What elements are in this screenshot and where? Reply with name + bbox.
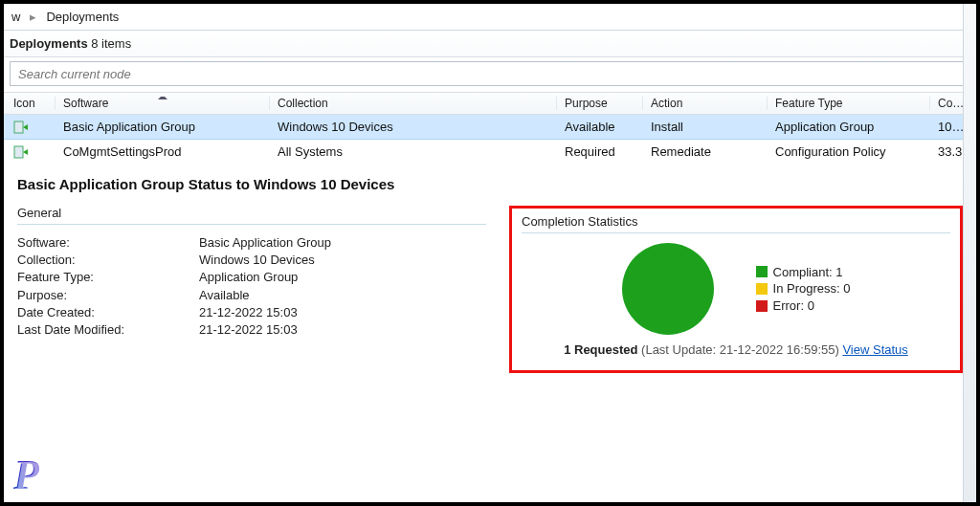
- completion-footer: 1 Requested (Last Update: 21-12-2022 16:…: [522, 342, 950, 357]
- legend-inprogress-label: In Progress: 0: [773, 280, 851, 297]
- legend-error: Error: 0: [756, 297, 851, 315]
- detail-title: Basic Application Group Status to Window…: [17, 176, 963, 192]
- cell-action: Remediate: [643, 144, 768, 159]
- legend-inprogress: In Progress: 0: [756, 280, 851, 297]
- deployment-icon: [13, 120, 29, 135]
- kv-collection-k: Collection:: [17, 252, 199, 269]
- col-collection[interactable]: Collection: [270, 97, 557, 110]
- panel-title: Deployments: [10, 36, 88, 51]
- view-status-link[interactable]: View Status: [842, 342, 907, 357]
- svg-rect-1: [14, 146, 23, 158]
- swatch-error-icon: [756, 300, 768, 312]
- general-heading: General: [17, 206, 486, 225]
- detail-pane: Basic Application Group Status to Window…: [4, 165, 976, 373]
- breadcrumb-parent[interactable]: w: [6, 10, 26, 24]
- item-count: 8 items: [91, 36, 131, 51]
- cell-software: CoMgmtSettingsProd: [56, 144, 270, 159]
- cell-collection: All Systems: [270, 144, 557, 159]
- brand-logo: P: [13, 454, 39, 496]
- col-feature[interactable]: Feature Type: [768, 97, 930, 110]
- svg-rect-0: [14, 121, 23, 133]
- kv-created-v: 21-12-2022 15:03: [199, 304, 298, 321]
- cell-action: Install: [643, 120, 768, 134]
- legend-compliant-label: Compliant: 1: [773, 264, 843, 281]
- search-bar: [4, 57, 976, 92]
- kv-modified-v: 21-12-2022 15:03: [199, 321, 298, 339]
- kv-feature-v: Application Group: [199, 269, 298, 286]
- kv-collection-v: Windows 10 Devices: [199, 252, 315, 269]
- sort-asc-icon: [158, 97, 167, 99]
- completion-statistics-section: Completion Statistics Compliant: 1 In Pr…: [509, 206, 963, 373]
- completion-heading: Completion Statistics: [522, 214, 950, 233]
- row-icon-cell: [4, 144, 56, 160]
- cell-collection: Windows 10 Devices: [270, 120, 557, 134]
- cell-purpose: Required: [557, 144, 643, 159]
- grid-header: Icon Software Collection Purpose Action …: [4, 92, 976, 115]
- cell-purpose: Available: [557, 120, 643, 134]
- kv-purpose-k: Purpose:: [17, 287, 199, 304]
- requested-count: 1 Requested: [564, 342, 637, 357]
- deployments-grid: Icon Software Collection Purpose Action …: [4, 92, 976, 165]
- breadcrumb: w ▸ Deployments: [4, 4, 976, 31]
- general-section: General Software:Basic Application Group…: [17, 206, 486, 373]
- kv-purpose-v: Available: [199, 287, 250, 304]
- col-icon[interactable]: Icon: [4, 97, 56, 110]
- last-update-text: (Last Update: 21-12-2022 16:59:55): [637, 342, 842, 357]
- breadcrumb-separator-icon: ▸: [26, 10, 40, 24]
- vertical-scrollbar[interactable]: [963, 4, 976, 502]
- deployment-icon: [13, 144, 29, 160]
- kv-modified-k: Last Date Modified:: [17, 321, 199, 339]
- cell-feature: Configuration Policy: [768, 144, 930, 159]
- col-action[interactable]: Action: [643, 97, 768, 110]
- completion-pie-chart: [622, 243, 714, 335]
- row-icon-cell: [4, 120, 56, 135]
- legend-error-label: Error: 0: [773, 297, 814, 315]
- table-row[interactable]: CoMgmtSettingsProd All Systems Required …: [4, 140, 976, 165]
- swatch-inprogress-icon: [756, 283, 768, 295]
- table-row[interactable]: Basic Application Group Windows 10 Devic…: [4, 115, 976, 140]
- swatch-compliant-icon: [756, 266, 768, 277]
- panel-header: Deployments 8 items: [4, 31, 976, 57]
- kv-software-v: Basic Application Group: [199, 234, 331, 252]
- breadcrumb-node[interactable]: Deployments: [40, 10, 124, 24]
- completion-legend: Compliant: 1 In Progress: 0 Error: 0: [756, 264, 851, 315]
- legend-compliant: Compliant: 1: [756, 264, 851, 281]
- kv-software-k: Software:: [17, 234, 199, 252]
- kv-feature-k: Feature Type:: [17, 269, 199, 286]
- col-software-label: Software: [63, 97, 108, 110]
- cell-feature: Application Group: [768, 120, 930, 134]
- col-software[interactable]: Software: [56, 97, 270, 110]
- kv-created-k: Date Created:: [17, 304, 199, 321]
- cell-software: Basic Application Group: [56, 120, 270, 134]
- search-input[interactable]: [10, 61, 970, 86]
- col-purpose[interactable]: Purpose: [557, 97, 643, 110]
